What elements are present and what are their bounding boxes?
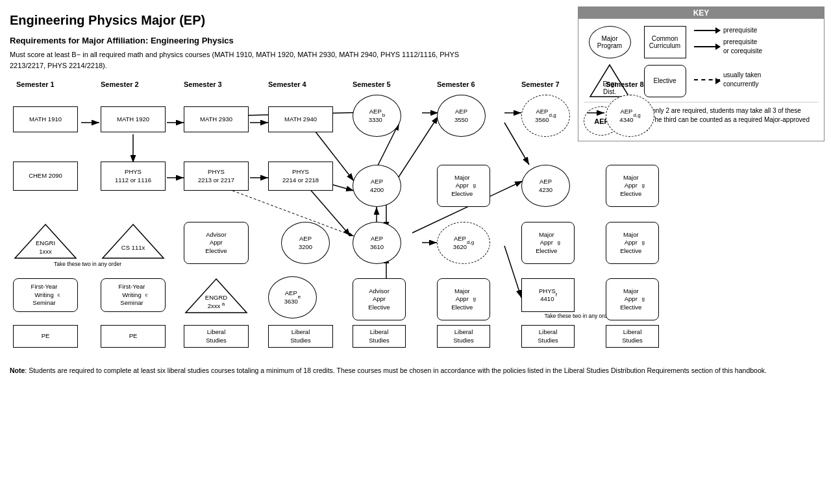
key-arrow-row-2: prerequisiteor corequisite	[694, 38, 819, 56]
bottom-note-label: Note	[10, 366, 25, 374]
pe-1-node: PE	[13, 325, 78, 348]
sem-header-2: Semester 2	[101, 80, 139, 88]
liberal-studies-5-node: LiberalStudies	[353, 325, 406, 348]
arrow-solid-2	[694, 46, 720, 47]
aep-3630-node: AEP3630 e	[268, 276, 317, 318]
engri-1xxx-node: ENGRI 1xxx	[13, 222, 78, 261]
phys-1112-node: PHYS1112 or 1116	[101, 162, 166, 191]
aep-4230-node: AEP4230	[521, 165, 570, 207]
diagram-container: Semester 1 Semester 2 Semester 3 Semeste…	[10, 80, 821, 353]
svg-text:ENGRD: ENGRD	[205, 294, 227, 301]
advisor-appr-elective-5-node: AdvisorApprElective	[353, 278, 406, 320]
liberal-studies-6-node: LiberalStudies	[437, 325, 490, 348]
major-appr-elective-7b-node: MajorApprElectiveg	[521, 222, 575, 264]
engrd-2xxx-node: ENGRD 2xxx a	[184, 276, 249, 315]
aep-3550-node: AEP3550	[437, 95, 486, 137]
aep-3560-node: AEP3560 d,g	[521, 95, 570, 137]
key-prereq-label: prerequisite	[723, 26, 757, 35]
svg-text:CS 111x: CS 111x	[121, 244, 145, 251]
key-oval: MajorProgram	[589, 26, 631, 58]
phys-2214-node: PHYS2214 or 2218	[268, 162, 333, 191]
bottom-note-text: : Students are required to complete at l…	[25, 366, 767, 374]
liberal-studies-7-node: LiberalStudies	[521, 325, 575, 348]
svg-line-19	[396, 116, 438, 181]
aep-3610-node: AEP3610	[353, 222, 401, 264]
liberal-studies-4-node: LiberalStudies	[268, 325, 333, 348]
aep-3620-node: AEP3620 d,g	[437, 222, 490, 264]
math-2930-node: MATH 2930	[184, 106, 249, 132]
key-common-curriculum-shape: CommonCurriculum	[639, 24, 691, 60]
svg-line-25	[504, 123, 529, 165]
key-major-program-shape: MajorProgram	[584, 24, 636, 60]
key-arrow-row-1: prerequisite	[694, 26, 819, 35]
major-appr-elective-6a-node: MajorApprElectiveg	[437, 165, 490, 207]
chem-2090-node: CHEM 2090	[13, 162, 78, 191]
aep-4200-node: AEP4200	[353, 165, 401, 207]
key-legend-1: prerequisite prerequisiteor corequisite	[694, 26, 819, 58]
sem-header-6: Semester 6	[437, 80, 475, 88]
key-prereq-coreq-label: prerequisiteor corequisite	[723, 38, 762, 56]
first-year-writing-1-node: First-YearWritingSeminarc	[13, 278, 78, 312]
sem-header-8: Semester 8	[606, 80, 644, 88]
major-appr-elective-8c-node: MajorApprElectiveg	[606, 278, 659, 320]
sem-header-1: Semester 1	[16, 80, 55, 88]
liberal-studies-8-node: LiberalStudies	[606, 325, 659, 348]
math-2940-node: MATH 2940	[268, 106, 333, 132]
svg-text:1xxx: 1xxx	[39, 248, 52, 255]
key-title: KEY	[578, 7, 824, 19]
sem-header-4: Semester 4	[268, 80, 306, 88]
major-appr-elective-6b-node: MajorApprElectiveg	[437, 278, 490, 320]
major-appr-elective-8b-node: MajorApprElectiveg	[606, 222, 659, 264]
math-1920-node: MATH 1920	[101, 106, 166, 132]
svg-line-24	[504, 246, 521, 298]
aep-4340-node: AEP4340 d,g	[606, 95, 654, 137]
sem-header-5: Semester 5	[353, 80, 391, 88]
phys-4410-node: PHYS4410 f	[521, 278, 575, 312]
bottom-note: Note: Students are required to complete …	[10, 366, 815, 376]
aep-3200-node: AEP3200	[281, 222, 330, 264]
svg-marker-32	[103, 224, 164, 258]
cs-111x-node: CS 111x	[101, 222, 166, 261]
sem-header-3: Semester 3	[184, 80, 222, 88]
advisor-appr-elective-3-node: AdvisorApprElective	[184, 222, 249, 264]
math-1910-node: MATH 1910	[13, 106, 78, 132]
key-common-curriculum-rect: CommonCurriculum	[644, 26, 686, 58]
aep-3330-node: AEP3330 b	[353, 95, 401, 137]
phys-2213-node: PHYS2213 or 2217	[184, 162, 249, 191]
arrow-solid-1	[694, 30, 720, 31]
first-year-writing-2-node: First-YearWritingSeminarc	[101, 278, 166, 312]
page-desc: Must score at least B− in all required m…	[10, 49, 464, 71]
liberal-studies-3-node: LiberalStudies	[184, 325, 249, 348]
pe-2-node: PE	[101, 325, 166, 348]
engri-note: Take these two in any order	[13, 261, 162, 267]
sem-header-7: Semester 7	[521, 80, 560, 88]
svg-text:ENGRI: ENGRI	[36, 239, 55, 246]
major-appr-elective-8a-node: MajorApprElectiveg	[606, 165, 659, 207]
